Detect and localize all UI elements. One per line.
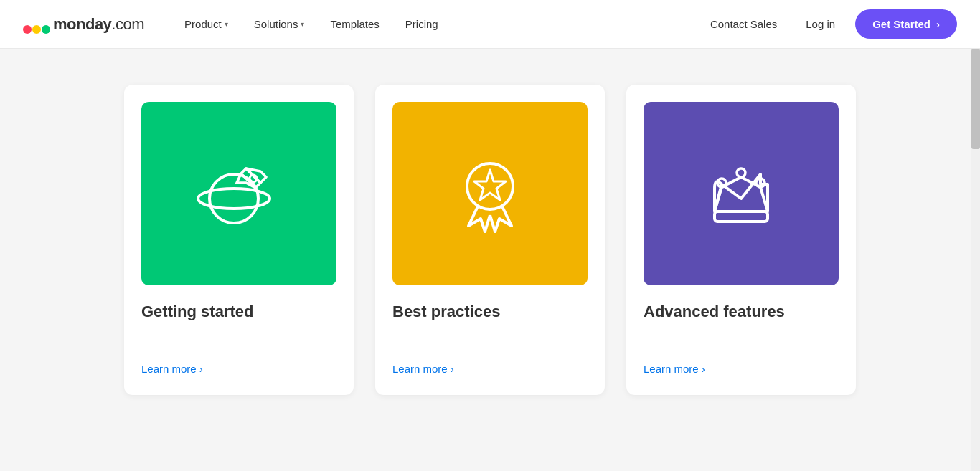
learn-more-getting-started[interactable]: Learn more › — [141, 363, 336, 375]
crown-icon — [694, 147, 788, 240]
product-chevron-icon: ▾ — [225, 20, 228, 28]
card-best-practices: Best practices Learn more › — [375, 85, 605, 395]
nav-solutions-label: Solutions — [254, 18, 298, 30]
svg-marker-7 — [474, 170, 506, 200]
learn-more-best-practices[interactable]: Learn more › — [392, 363, 588, 375]
logo-icon — [23, 14, 50, 34]
learn-more-advanced-features-arrow: › — [702, 363, 705, 375]
svg-point-1 — [32, 25, 41, 34]
nav-solutions[interactable]: Solutions ▾ — [242, 12, 316, 36]
svg-point-5 — [250, 175, 257, 182]
learn-more-best-practices-label: Learn more — [392, 363, 448, 375]
svg-point-2 — [42, 25, 50, 34]
card-title-advanced-features: Advanced features — [644, 303, 839, 346]
contact-sales-link[interactable]: Contact Sales — [702, 12, 786, 36]
card-title-getting-started: Getting started — [141, 303, 336, 346]
card-image-getting-started — [141, 102, 336, 285]
nav-product-label: Product — [184, 18, 222, 30]
nav-right: Contact Sales Log in Get Started › — [702, 9, 957, 39]
card-image-best-practices — [392, 102, 588, 285]
svg-rect-8 — [715, 211, 768, 222]
learn-more-getting-started-arrow: › — [199, 363, 203, 375]
navbar: monday.com Product ▾ Solutions ▾ Templat… — [0, 0, 980, 49]
nav-pricing[interactable]: Pricing — [394, 12, 450, 36]
award-icon — [443, 147, 537, 240]
learn-more-getting-started-label: Learn more — [141, 363, 197, 375]
card-getting-started: Getting started Learn more › — [124, 85, 354, 395]
logo-domain: .com — [111, 15, 144, 33]
nav-templates-label: Templates — [330, 18, 379, 30]
scrollbar-thumb[interactable] — [971, 49, 980, 149]
nav-product[interactable]: Product ▾ — [173, 12, 240, 36]
svg-point-0 — [23, 25, 32, 34]
get-started-arrow-icon: › — [936, 18, 940, 30]
nav-templates[interactable]: Templates — [319, 12, 390, 36]
learn-more-advanced-features[interactable]: Learn more › — [644, 363, 839, 375]
nav-pricing-label: Pricing — [405, 18, 438, 30]
main-content: Getting started Learn more › — [0, 49, 980, 471]
logo[interactable]: monday.com — [23, 14, 144, 34]
get-started-button[interactable]: Get Started › — [855, 9, 957, 39]
get-started-label: Get Started — [872, 18, 930, 30]
login-button[interactable]: Log in — [797, 12, 844, 36]
rocket-planet-icon — [192, 147, 286, 240]
solutions-chevron-icon: ▾ — [301, 20, 304, 28]
card-image-advanced-features — [644, 102, 839, 285]
logo-text: monday.com — [53, 15, 144, 34]
nav-links: Product ▾ Solutions ▾ Templates Pricing — [173, 12, 702, 36]
learn-more-best-practices-arrow: › — [451, 363, 454, 375]
cards-row: Getting started Learn more › — [115, 85, 865, 395]
card-title-best-practices: Best practices — [392, 303, 588, 346]
card-advanced-features: Advanced features Learn more › — [626, 85, 856, 395]
learn-more-advanced-features-label: Learn more — [644, 363, 699, 375]
